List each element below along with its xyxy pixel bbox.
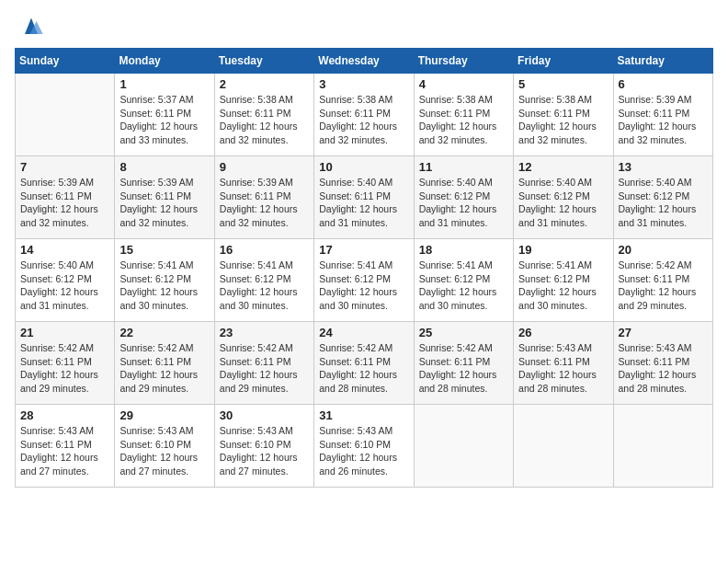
calendar-cell: 12Sunrise: 5:40 AM Sunset: 6:12 PM Dayli… bbox=[514, 156, 613, 239]
calendar-cell: 30Sunrise: 5:43 AM Sunset: 6:10 PM Dayli… bbox=[214, 405, 313, 488]
day-info: Sunrise: 5:43 AM Sunset: 6:11 PM Dayligh… bbox=[518, 341, 608, 396]
day-info: Sunrise: 5:39 AM Sunset: 6:11 PM Dayligh… bbox=[220, 176, 309, 230]
day-info: Sunrise: 5:43 AM Sunset: 6:10 PM Dayligh… bbox=[220, 424, 309, 478]
calendar-cell: 23Sunrise: 5:42 AM Sunset: 6:11 PM Dayli… bbox=[214, 322, 313, 405]
day-info: Sunrise: 5:40 AM Sunset: 6:12 PM Dayligh… bbox=[419, 176, 508, 230]
calendar-cell: 2Sunrise: 5:38 AM Sunset: 6:11 PM Daylig… bbox=[214, 74, 313, 156]
calendar-cell: 1Sunrise: 5:37 AM Sunset: 6:11 PM Daylig… bbox=[115, 74, 214, 156]
day-number: 3 bbox=[319, 77, 408, 91]
calendar-cell: 6Sunrise: 5:39 AM Sunset: 6:11 PM Daylig… bbox=[613, 74, 712, 156]
day-number: 1 bbox=[119, 77, 209, 91]
day-number: 14 bbox=[20, 243, 109, 257]
day-header-saturday: Saturday bbox=[613, 49, 712, 74]
day-number: 9 bbox=[220, 160, 309, 174]
day-info: Sunrise: 5:40 AM Sunset: 6:12 PM Dayligh… bbox=[619, 176, 708, 230]
day-info: Sunrise: 5:37 AM Sunset: 6:11 PM Dayligh… bbox=[119, 93, 209, 147]
day-info: Sunrise: 5:38 AM Sunset: 6:11 PM Dayligh… bbox=[419, 93, 508, 147]
day-info: Sunrise: 5:42 AM Sunset: 6:11 PM Dayligh… bbox=[20, 341, 109, 396]
calendar-cell: 21Sunrise: 5:42 AM Sunset: 6:11 PM Dayli… bbox=[16, 322, 115, 405]
calendar-cell: 5Sunrise: 5:38 AM Sunset: 6:11 PM Daylig… bbox=[514, 74, 613, 156]
day-info: Sunrise: 5:39 AM Sunset: 6:11 PM Dayligh… bbox=[119, 176, 209, 230]
calendar-cell: 11Sunrise: 5:40 AM Sunset: 6:12 PM Dayli… bbox=[414, 156, 513, 239]
day-number: 5 bbox=[518, 77, 608, 91]
calendar-cell: 19Sunrise: 5:41 AM Sunset: 6:12 PM Dayli… bbox=[514, 239, 613, 322]
week-row: 14Sunrise: 5:40 AM Sunset: 6:12 PM Dayli… bbox=[16, 239, 713, 322]
day-header-sunday: Sunday bbox=[16, 49, 115, 74]
day-info: Sunrise: 5:43 AM Sunset: 6:10 PM Dayligh… bbox=[319, 424, 408, 478]
header-row: SundayMondayTuesdayWednesdayThursdayFrid… bbox=[16, 49, 713, 74]
day-info: Sunrise: 5:42 AM Sunset: 6:11 PM Dayligh… bbox=[619, 259, 708, 313]
day-number: 16 bbox=[220, 243, 309, 257]
calendar-cell: 27Sunrise: 5:43 AM Sunset: 6:11 PM Dayli… bbox=[613, 322, 712, 405]
day-number: 17 bbox=[319, 243, 408, 257]
calendar-cell: 18Sunrise: 5:41 AM Sunset: 6:12 PM Dayli… bbox=[414, 239, 513, 322]
week-row: 21Sunrise: 5:42 AM Sunset: 6:11 PM Dayli… bbox=[16, 322, 713, 405]
day-number: 26 bbox=[518, 326, 608, 339]
calendar-cell: 7Sunrise: 5:39 AM Sunset: 6:11 PM Daylig… bbox=[16, 156, 115, 239]
calendar-table: SundayMondayTuesdayWednesdayThursdayFrid… bbox=[15, 48, 713, 488]
day-number: 20 bbox=[619, 243, 708, 257]
day-header-wednesday: Wednesday bbox=[314, 49, 414, 74]
calendar-cell: 31Sunrise: 5:43 AM Sunset: 6:10 PM Dayli… bbox=[314, 405, 414, 488]
day-number: 22 bbox=[119, 326, 209, 339]
calendar-cell: 9Sunrise: 5:39 AM Sunset: 6:11 PM Daylig… bbox=[214, 156, 313, 239]
day-number: 15 bbox=[119, 243, 209, 257]
day-info: Sunrise: 5:38 AM Sunset: 6:11 PM Dayligh… bbox=[518, 93, 608, 147]
calendar-cell: 13Sunrise: 5:40 AM Sunset: 6:12 PM Dayli… bbox=[613, 156, 712, 239]
calendar-cell: 20Sunrise: 5:42 AM Sunset: 6:11 PM Dayli… bbox=[613, 239, 712, 322]
day-number: 23 bbox=[220, 326, 309, 339]
calendar-cell: 10Sunrise: 5:40 AM Sunset: 6:11 PM Dayli… bbox=[314, 156, 414, 239]
day-number: 11 bbox=[419, 160, 508, 174]
day-number: 12 bbox=[518, 160, 608, 174]
day-header-friday: Friday bbox=[514, 49, 613, 74]
logo-icon bbox=[18, 15, 44, 40]
day-header-tuesday: Tuesday bbox=[214, 49, 313, 74]
calendar-cell: 4Sunrise: 5:38 AM Sunset: 6:11 PM Daylig… bbox=[414, 74, 513, 156]
day-number: 30 bbox=[220, 408, 309, 422]
day-number: 7 bbox=[20, 160, 109, 174]
week-row: 1Sunrise: 5:37 AM Sunset: 6:11 PM Daylig… bbox=[16, 74, 713, 156]
day-number: 25 bbox=[419, 326, 508, 339]
day-info: Sunrise: 5:38 AM Sunset: 6:11 PM Dayligh… bbox=[220, 93, 309, 147]
calendar-cell: 25Sunrise: 5:42 AM Sunset: 6:11 PM Dayli… bbox=[414, 322, 513, 405]
calendar-cell: 14Sunrise: 5:40 AM Sunset: 6:12 PM Dayli… bbox=[16, 239, 115, 322]
calendar-cell: 22Sunrise: 5:42 AM Sunset: 6:11 PM Dayli… bbox=[115, 322, 214, 405]
day-info: Sunrise: 5:42 AM Sunset: 6:11 PM Dayligh… bbox=[319, 341, 408, 396]
day-number: 18 bbox=[419, 243, 508, 257]
calendar-cell bbox=[514, 405, 613, 488]
day-number: 8 bbox=[119, 160, 209, 174]
calendar-cell: 3Sunrise: 5:38 AM Sunset: 6:11 PM Daylig… bbox=[314, 74, 414, 156]
calendar-cell: 26Sunrise: 5:43 AM Sunset: 6:11 PM Dayli… bbox=[514, 322, 613, 405]
day-info: Sunrise: 5:40 AM Sunset: 6:11 PM Dayligh… bbox=[319, 176, 408, 230]
day-number: 2 bbox=[220, 77, 309, 91]
day-info: Sunrise: 5:40 AM Sunset: 6:12 PM Dayligh… bbox=[20, 259, 109, 313]
day-info: Sunrise: 5:43 AM Sunset: 6:10 PM Dayligh… bbox=[119, 424, 209, 478]
day-info: Sunrise: 5:41 AM Sunset: 6:12 PM Dayligh… bbox=[419, 259, 508, 313]
day-info: Sunrise: 5:43 AM Sunset: 6:11 PM Dayligh… bbox=[619, 341, 708, 396]
calendar-cell bbox=[414, 405, 513, 488]
day-number: 19 bbox=[518, 243, 608, 257]
day-number: 6 bbox=[619, 77, 708, 91]
day-number: 10 bbox=[319, 160, 408, 174]
day-number: 4 bbox=[419, 77, 508, 91]
day-info: Sunrise: 5:41 AM Sunset: 6:12 PM Dayligh… bbox=[220, 259, 309, 313]
logo bbox=[15, 15, 44, 40]
day-number: 27 bbox=[619, 326, 708, 339]
week-row: 28Sunrise: 5:43 AM Sunset: 6:11 PM Dayli… bbox=[16, 405, 713, 488]
calendar-cell: 28Sunrise: 5:43 AM Sunset: 6:11 PM Dayli… bbox=[16, 405, 115, 488]
calendar-cell: 8Sunrise: 5:39 AM Sunset: 6:11 PM Daylig… bbox=[115, 156, 214, 239]
week-row: 7Sunrise: 5:39 AM Sunset: 6:11 PM Daylig… bbox=[16, 156, 713, 239]
day-header-monday: Monday bbox=[115, 49, 214, 74]
calendar-cell: 15Sunrise: 5:41 AM Sunset: 6:12 PM Dayli… bbox=[115, 239, 214, 322]
day-number: 13 bbox=[619, 160, 708, 174]
day-number: 24 bbox=[319, 326, 408, 339]
day-info: Sunrise: 5:41 AM Sunset: 6:12 PM Dayligh… bbox=[119, 259, 209, 313]
day-info: Sunrise: 5:42 AM Sunset: 6:11 PM Dayligh… bbox=[419, 341, 508, 396]
day-header-thursday: Thursday bbox=[414, 49, 513, 74]
day-info: Sunrise: 5:39 AM Sunset: 6:11 PM Dayligh… bbox=[619, 93, 708, 147]
calendar-cell: 17Sunrise: 5:41 AM Sunset: 6:12 PM Dayli… bbox=[314, 239, 414, 322]
day-info: Sunrise: 5:40 AM Sunset: 6:12 PM Dayligh… bbox=[518, 176, 608, 230]
day-info: Sunrise: 5:39 AM Sunset: 6:11 PM Dayligh… bbox=[20, 176, 109, 230]
calendar-cell: 16Sunrise: 5:41 AM Sunset: 6:12 PM Dayli… bbox=[214, 239, 313, 322]
day-info: Sunrise: 5:41 AM Sunset: 6:12 PM Dayligh… bbox=[518, 259, 608, 313]
